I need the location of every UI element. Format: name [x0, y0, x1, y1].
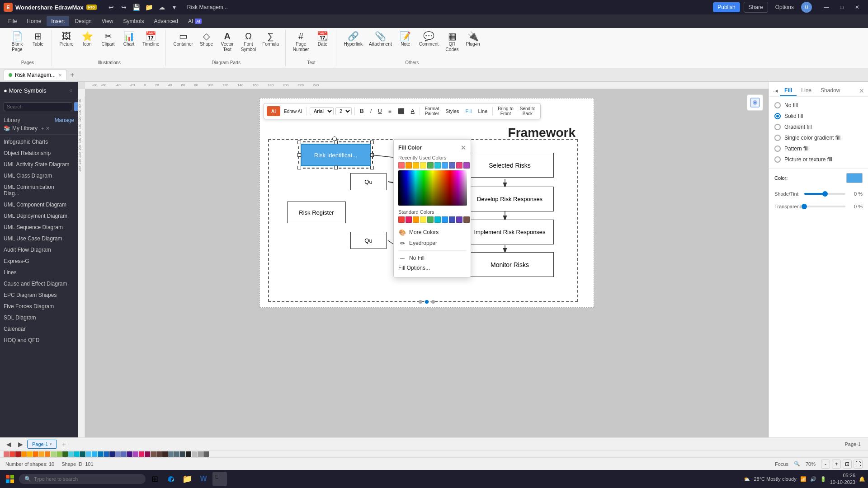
- taskbar-edge-btn[interactable]: [164, 472, 178, 486]
- radio-no-fill[interactable]: [774, 102, 781, 108]
- my-library-item[interactable]: 📚 My Library + ✕: [4, 125, 74, 131]
- palette-swatch[interactable]: [21, 451, 27, 457]
- ribbon-font-symbol[interactable]: Ω FontSymbol: [238, 30, 259, 54]
- document-tab[interactable]: Risk Managem... ✕: [4, 70, 67, 80]
- symbol-uml-use-case[interactable]: UML Use Case Diagram ✕: [0, 233, 78, 244]
- panel-expand-icon[interactable]: ⇥: [773, 87, 778, 94]
- palette-swatch[interactable]: [80, 451, 85, 457]
- focus-btn[interactable]: Focus: [775, 461, 788, 467]
- recent-color-4[interactable]: [420, 162, 426, 169]
- std-color-1[interactable]: [398, 216, 405, 223]
- symbol-uml-communication[interactable]: UML Communication Diag... ✕: [0, 182, 78, 199]
- palette-swatch[interactable]: [15, 451, 21, 457]
- font-size-select[interactable]: 24: [335, 107, 352, 115]
- fill-btn[interactable]: Fill: [463, 108, 474, 115]
- transparency-thumb[interactable]: [802, 204, 807, 209]
- bold-btn[interactable]: B: [358, 107, 366, 115]
- qualify-2-shape[interactable]: Qu: [350, 232, 387, 249]
- ribbon-timeline[interactable]: 📅 Timeline: [140, 30, 162, 49]
- align-btn[interactable]: ≡: [386, 107, 394, 115]
- std-color-9[interactable]: [456, 216, 462, 223]
- styles-btn[interactable]: Styles: [443, 108, 461, 115]
- options-button[interactable]: Options: [772, 2, 797, 12]
- taskbar-search-input[interactable]: [34, 476, 124, 482]
- redo-btn[interactable]: ↪: [118, 2, 129, 13]
- fullscreen-btn[interactable]: ⛶: [854, 460, 863, 469]
- palette-swatch[interactable]: [104, 451, 109, 457]
- radio-pattern[interactable]: [774, 145, 781, 152]
- undo-btn[interactable]: ↩: [106, 2, 117, 13]
- italic-btn[interactable]: I: [368, 107, 374, 115]
- symbol-cause-effect[interactable]: Cause and Effect Diagram ✕: [0, 278, 78, 289]
- no-fill-row[interactable]: — No Fill: [398, 253, 466, 263]
- symbol-five-forces[interactable]: Five Forces Diagram ✕: [0, 301, 78, 312]
- bring-front-btn[interactable]: Bring toFront: [495, 105, 515, 117]
- save-btn[interactable]: 💾: [131, 2, 142, 13]
- navigator-icon[interactable]: [747, 94, 763, 111]
- qualify-1-shape[interactable]: Qu: [350, 173, 387, 190]
- symbol-hoq-qfd[interactable]: HOQ and QFD ✕: [0, 335, 78, 346]
- ribbon-container[interactable]: ▭ Container: [170, 30, 195, 49]
- ribbon-vector-text[interactable]: A VectorText: [217, 30, 237, 54]
- palette-swatch[interactable]: [162, 451, 168, 457]
- rotation-handle[interactable]: [332, 136, 337, 141]
- symbol-epc-diagram[interactable]: EPC Diagram Shapes ✕: [0, 290, 78, 300]
- palette-swatch[interactable]: [198, 451, 203, 457]
- recent-color-7[interactable]: [442, 162, 448, 169]
- ribbon-clipart[interactable]: ✂ Clipart: [98, 30, 118, 49]
- menu-view[interactable]: View: [97, 16, 118, 26]
- text-align-btn[interactable]: ⬛: [396, 107, 407, 115]
- recent-color-8[interactable]: [449, 162, 455, 169]
- palette-swatch[interactable]: [156, 451, 162, 457]
- search-input[interactable]: [4, 102, 72, 111]
- palette-swatch[interactable]: [51, 451, 56, 457]
- palette-swatch[interactable]: [74, 451, 80, 457]
- fill-option-gradient[interactable]: Gradient fill: [774, 124, 863, 130]
- taskbar-view-btn[interactable]: ⊞: [147, 472, 162, 486]
- risk-identification-shape[interactable]: Risk Identificat...: [301, 144, 371, 166]
- custom-btn[interactable]: ▾: [169, 2, 180, 13]
- close-btn[interactable]: ✕: [850, 3, 864, 12]
- page-dropdown-icon[interactable]: ▾: [50, 442, 52, 446]
- page-tab-1[interactable]: Page-1 ▾: [27, 440, 57, 449]
- risk-register-shape[interactable]: Risk Register: [287, 202, 346, 223]
- menu-design[interactable]: Design: [70, 16, 96, 26]
- recent-color-5[interactable]: [427, 162, 434, 169]
- fill-option-pattern[interactable]: Pattern fill: [774, 145, 863, 152]
- panel-close-icon[interactable]: ✕: [859, 87, 864, 94]
- palette-swatch[interactable]: [180, 451, 185, 457]
- ribbon-chart[interactable]: 📊 Chart: [119, 30, 139, 49]
- canvas-scroll[interactable]: AI Edraw AI Arial 24 B I U ≡: [85, 89, 769, 437]
- menu-insert[interactable]: Insert: [47, 16, 69, 26]
- palette-swatch[interactable]: [27, 451, 33, 457]
- fill-option-no-fill[interactable]: No fill: [774, 102, 863, 108]
- std-color-10[interactable]: [463, 216, 470, 223]
- gradient-palette[interactable]: [398, 170, 467, 206]
- palette-swatch[interactable]: [57, 451, 62, 457]
- menu-file[interactable]: File: [4, 16, 21, 26]
- ribbon-qr-codes[interactable]: ▦ QRCodes: [442, 30, 462, 54]
- radio-picture[interactable]: [774, 156, 781, 163]
- notifications-icon[interactable]: 🔔: [859, 476, 865, 482]
- palette-swatch[interactable]: [186, 451, 191, 457]
- remove-library-icon[interactable]: ✕: [46, 126, 50, 131]
- nav-pages-left[interactable]: ◀: [4, 439, 14, 449]
- palette-swatch[interactable]: [68, 451, 74, 457]
- send-back-btn[interactable]: Send toBack: [518, 105, 538, 117]
- start-button[interactable]: [3, 472, 17, 486]
- tab-fill[interactable]: Fill: [780, 85, 797, 96]
- ribbon-picture[interactable]: 🖼 Picture: [57, 30, 76, 49]
- ribbon-attachment[interactable]: 📎 Attachment: [366, 30, 395, 49]
- palette-swatch[interactable]: [39, 451, 44, 457]
- open-btn[interactable]: 📁: [144, 2, 155, 13]
- taskbar-active-app-btn[interactable]: E: [212, 472, 227, 486]
- radio-gradient-fill[interactable]: [774, 124, 781, 130]
- symbol-lines[interactable]: Lines ✕: [0, 267, 78, 278]
- format-painter-btn[interactable]: FormatPainter: [423, 105, 442, 117]
- add-page-button[interactable]: +: [59, 439, 69, 449]
- fill-option-solid[interactable]: Solid fill: [774, 113, 863, 119]
- symbol-uml-activity[interactable]: UML Activity State Diagram ✕: [0, 159, 78, 170]
- palette-swatch[interactable]: [98, 451, 103, 457]
- std-color-4[interactable]: [420, 216, 426, 223]
- symbol-object-relationship[interactable]: Object Relationship ✕: [0, 148, 78, 159]
